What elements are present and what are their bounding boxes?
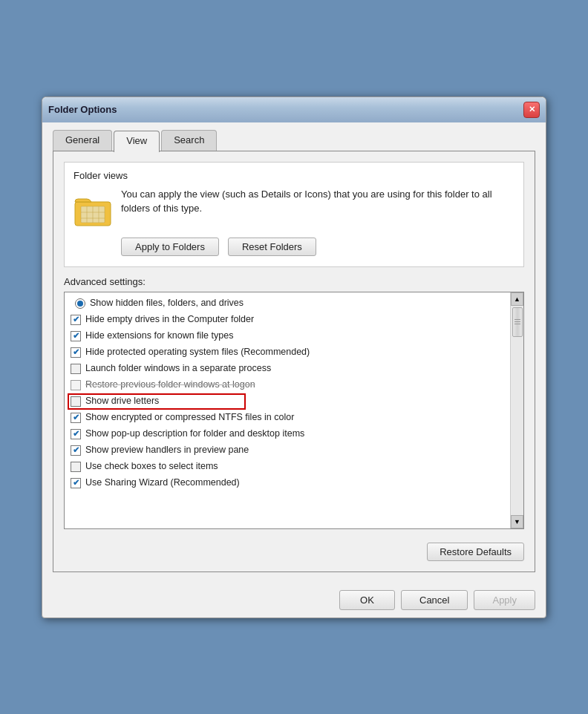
setting-show-hidden[interactable]: Show hidden files, folders, and drives [65,295,510,312]
checkbox-show-encrypted[interactable] [71,413,81,423]
checkbox-launch-folder[interactable] [71,364,81,374]
dialog-title: Folder Options [48,104,117,115]
folder-views-title: Folder views [74,170,514,181]
checkbox-use-checkboxes[interactable] [71,462,81,472]
setting-show-drive-letters[interactable]: Show drive letters [65,393,510,410]
dialog-body: General View Search Folder views [42,122,546,583]
ok-button[interactable]: OK [339,590,395,610]
checkbox-show-popup[interactable] [71,429,81,439]
folder-views-section: Folder views [64,162,524,267]
setting-use-checkboxes-label: Use check boxes to select items [85,460,218,474]
setting-show-preview-label: Show preview handlers in preview pane [85,444,249,457]
apply-to-folders-button[interactable]: Apply to Folders [121,238,219,256]
grip-1 [514,319,520,320]
advanced-settings-label: Advanced settings: [64,276,524,287]
setting-hide-extensions[interactable]: Hide extensions for known file types [65,328,510,344]
apply-button[interactable]: Apply [474,590,535,610]
settings-list: Show hidden files, folders, and drives H… [65,292,510,528]
setting-hide-extensions-label: Hide extensions for known file types [85,330,233,343]
setting-hide-protected[interactable]: Hide protected operating system files (R… [65,344,510,361]
checkbox-hide-protected[interactable] [71,347,81,358]
checkbox-hide-extensions[interactable] [71,331,81,341]
settings-list-container: Show hidden files, folders, and drives H… [64,292,524,529]
setting-show-preview[interactable]: Show preview handlers in preview pane [65,442,510,459]
grip-2 [514,321,520,322]
setting-use-sharing-wizard[interactable]: Use Sharing Wizard (Recommended) [65,475,510,491]
tab-view[interactable]: View [114,131,160,152]
scrollbar-down-button[interactable]: ▼ [511,515,523,528]
scrollbar-up-button[interactable]: ▲ [511,292,523,306]
setting-restore-previous-label: Restore previous folder windows at logon [85,379,255,392]
tab-search[interactable]: Search [161,130,217,151]
setting-use-sharing-wizard-label: Use Sharing Wizard (Recommended) [85,476,240,490]
checkbox-restore-previous[interactable] [71,380,81,390]
checkbox-hide-empty-drives[interactable] [71,315,81,325]
radio-show-hidden[interactable] [75,298,85,309]
setting-hide-empty-drives-label: Hide empty drives in the Computer folder [85,313,254,327]
scrollbar-thumb[interactable] [512,307,523,337]
footer-buttons: OK Cancel Apply [42,583,546,618]
checkbox-show-drive-letters[interactable] [71,396,81,407]
setting-show-encrypted-label: Show encrypted or compressed NTFS files … [85,411,294,425]
folder-views-description: You can apply the view (such as Details … [121,187,514,216]
setting-show-popup[interactable]: Show pop-up description for folder and d… [65,426,510,442]
setting-hide-protected-label: Hide protected operating system files (R… [85,346,310,359]
setting-show-popup-label: Show pop-up description for folder and d… [85,428,304,441]
setting-show-drive-letters-label: Show drive letters [85,395,159,408]
close-button[interactable]: ✕ [523,102,540,118]
cancel-button[interactable]: Cancel [401,590,468,610]
setting-show-hidden-label: Show hidden files, folders, and drives [90,297,244,310]
title-bar: Folder Options ✕ [42,97,546,122]
tab-general[interactable]: General [53,130,112,151]
checkbox-show-preview[interactable] [71,445,81,456]
folder-views-buttons: Apply to Folders Reset Folders [121,238,514,256]
setting-launch-folder[interactable]: Launch folder windows in a separate proc… [65,361,510,377]
tab-bar: General View Search [53,130,535,151]
setting-hide-empty-drives[interactable]: Hide empty drives in the Computer folder [65,312,510,328]
scrollbar[interactable]: ▲ ▼ [510,292,523,528]
folder-views-content: You can apply the view (such as Details … [74,187,514,229]
folder-options-dialog: Folder Options ✕ General View Search Fol… [42,96,546,618]
setting-use-checkboxes[interactable]: Use check boxes to select items [65,459,510,475]
setting-launch-folder-label: Launch folder windows in a separate proc… [85,362,271,376]
scrollbar-thumb-area [511,306,523,515]
reset-folders-button[interactable]: Reset Folders [228,238,316,256]
tab-content-view: Folder views [53,151,535,572]
setting-restore-previous[interactable]: Restore previous folder windows at logon [65,377,510,393]
folder-icon [74,190,112,229]
grip-3 [514,324,520,324]
checkbox-use-sharing-wizard[interactable] [71,478,81,488]
setting-show-encrypted[interactable]: Show encrypted or compressed NTFS files … [65,410,510,426]
restore-defaults-button[interactable]: Restore Defaults [427,543,524,561]
